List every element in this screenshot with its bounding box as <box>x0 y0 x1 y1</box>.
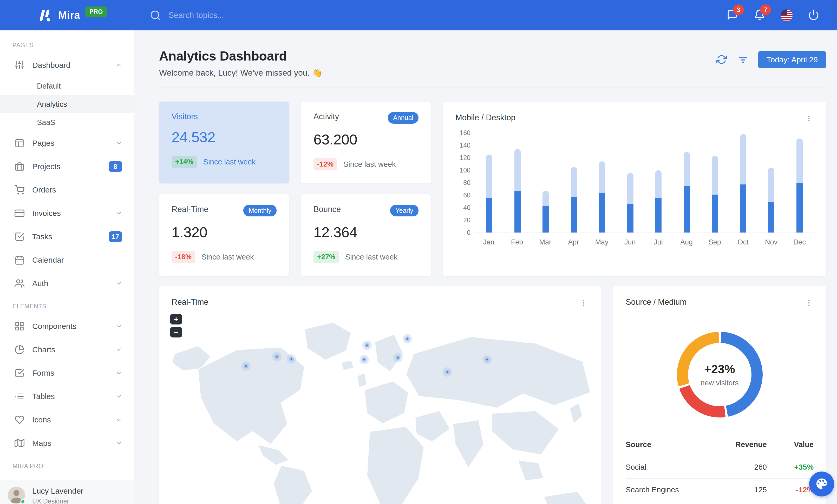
refresh-button[interactable] <box>716 54 728 66</box>
sidebar-subitem-saas[interactable]: SaaS <box>0 113 133 131</box>
sidebar-item-forms[interactable]: Forms <box>0 361 133 385</box>
global-search[interactable] <box>150 10 726 21</box>
bar-dec[interactable] <box>785 133 814 232</box>
y-axis-tick: 80 <box>463 179 470 187</box>
kebab-icon <box>805 115 813 123</box>
bar-segment-mobile <box>712 194 718 232</box>
notifications-button[interactable]: 7 <box>753 8 766 22</box>
chart-menu-button[interactable] <box>804 113 814 125</box>
sidebar-item-label: Forms <box>32 369 54 377</box>
stat-period-tag[interactable]: Annual <box>388 112 418 124</box>
page-subtitle: Welcome back, Lucy! We've missed you. 👋 <box>159 68 322 78</box>
map-marker[interactable] <box>445 370 450 374</box>
bar-sep[interactable] <box>701 133 729 232</box>
chevron-down-icon <box>115 393 122 400</box>
date-button[interactable]: Today: April 29 <box>758 51 826 68</box>
messages-badge: 3 <box>733 4 744 15</box>
bar-jul[interactable] <box>644 133 673 232</box>
sidebar-item-icons[interactable]: Icons <box>0 408 133 431</box>
col-header-revenue: Revenue <box>710 440 767 449</box>
stat-card-activity: Activity Annual 63.200 -12% Since last w… <box>301 101 431 183</box>
bar-segment-desktop <box>768 168 774 202</box>
sidebar-item-projects[interactable]: Projects8 <box>0 155 133 178</box>
stat-period-tag[interactable]: Monthly <box>243 205 277 217</box>
donut-title: Source / Medium <box>626 297 687 307</box>
bar-mar[interactable] <box>532 133 560 232</box>
mobile-desktop-chart-card: Mobile / Desktop 020406080100120140160 J… <box>443 101 826 276</box>
sidebar-item-pages[interactable]: Pages <box>0 131 133 155</box>
calendar-icon <box>15 255 24 265</box>
x-axis-label: Feb <box>503 238 531 246</box>
stat-delta: -18% <box>172 251 195 263</box>
search-input[interactable] <box>168 11 324 20</box>
sidebar-item-dashboard[interactable]: Dashboard <box>0 54 133 77</box>
bar-segment-desktop <box>684 152 690 186</box>
bar-may[interactable] <box>588 133 616 232</box>
sidebar-item-maps[interactable]: Maps <box>0 431 133 455</box>
sidebar-user[interactable]: Lucy Lavender UX Designer <box>0 480 133 504</box>
sidebar-item-orders[interactable]: Orders <box>0 178 133 202</box>
sidebar-item-components[interactable]: Components <box>0 315 133 338</box>
sidebar-item-charts[interactable]: Charts <box>0 338 133 361</box>
kebab-icon <box>580 299 587 307</box>
bar-feb[interactable] <box>503 133 532 232</box>
bar-segment-mobile <box>768 202 774 232</box>
kebab-icon <box>805 299 813 307</box>
map-zoom-in-button[interactable]: + <box>170 314 182 324</box>
filter-button[interactable] <box>737 54 749 66</box>
bar-jun[interactable] <box>616 133 645 232</box>
donut-center-caption: new visitors <box>700 379 738 387</box>
sidebar-subitem-analytics[interactable]: Analytics <box>0 95 133 113</box>
sidebar-item-label: Pages <box>32 139 54 148</box>
chevron-down-icon <box>115 416 122 423</box>
map-marker[interactable] <box>289 357 294 361</box>
refresh-icon <box>716 54 727 66</box>
stat-card-visitors: Visitors 24.532 +14% Since last week <box>159 101 289 183</box>
stat-period-tag[interactable]: Yearly <box>390 205 418 217</box>
bar-segment-mobile <box>627 204 634 232</box>
source-table-header: SourceRevenueValue <box>626 434 814 456</box>
x-axis-label: Oct <box>729 238 757 246</box>
map-menu-button[interactable] <box>579 297 588 309</box>
world-map[interactable] <box>159 315 601 504</box>
bar-nov[interactable] <box>757 133 785 232</box>
users-icon <box>15 279 24 288</box>
stats-grid: Visitors 24.532 +14% Since last week Act… <box>159 101 431 276</box>
search-icon <box>150 10 161 21</box>
bar-segment-desktop <box>627 173 634 204</box>
sidebar-item-label: Invoices <box>32 209 61 218</box>
map-zoom-out-button[interactable]: − <box>170 327 182 337</box>
sidebar-item-tables[interactable]: Tables <box>0 385 133 408</box>
bar-oct[interactable] <box>729 133 758 232</box>
y-axis-tick: 0 <box>467 229 470 237</box>
sidebar-count-badge: 8 <box>109 161 122 172</box>
bar-aug[interactable] <box>673 133 701 232</box>
sidebar-item-label: Tables <box>32 392 55 401</box>
theme-settings-fab[interactable] <box>809 471 834 497</box>
map-marker[interactable] <box>274 354 279 359</box>
bar-jan[interactable] <box>475 133 503 232</box>
sidebar-item-label: Maps <box>32 439 51 448</box>
map-marker[interactable] <box>362 357 367 362</box>
realtime-map-card: Real-Time + − <box>159 286 601 504</box>
map-marker[interactable] <box>396 355 400 360</box>
bar-apr[interactable] <box>560 133 588 232</box>
x-axis-label: Mar <box>531 238 559 246</box>
sidebar-item-auth[interactable]: Auth <box>0 272 133 295</box>
map-marker[interactable] <box>405 336 410 341</box>
messages-button[interactable]: 3 <box>726 8 739 22</box>
world-map-graphic <box>159 315 601 504</box>
sidebar-item-tasks[interactable]: Tasks17 <box>0 225 133 248</box>
source-menu-button[interactable] <box>804 297 814 309</box>
map-marker[interactable] <box>485 357 489 362</box>
logout-button[interactable] <box>807 8 820 22</box>
mira-logo-icon <box>38 8 53 23</box>
brand-area[interactable]: Mira PRO <box>0 8 134 23</box>
map-marker[interactable] <box>365 343 369 348</box>
stat-note: Since last week <box>203 158 256 166</box>
map-marker[interactable] <box>244 364 248 368</box>
language-button[interactable] <box>780 8 793 22</box>
sidebar-item-invoices[interactable]: Invoices <box>0 202 133 225</box>
sidebar-subitem-default[interactable]: Default <box>0 77 133 95</box>
sidebar-item-calendar[interactable]: Calendar <box>0 248 133 272</box>
